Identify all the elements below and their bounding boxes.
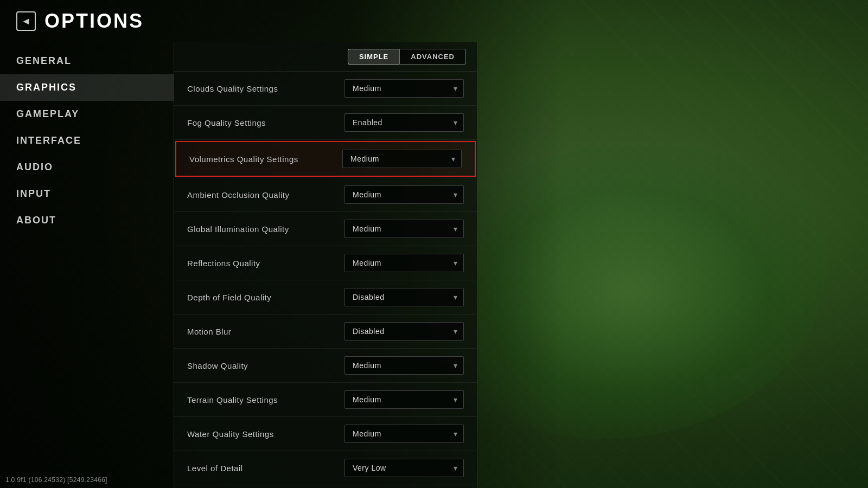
select-wrapper-lod: Very LowLowMediumHighVery HighUltra [344, 459, 464, 477]
tab-simple[interactable]: SIMPLE [348, 49, 399, 65]
select-wrapper-depth_of_field: DisabledVery LowLowMediumHighVery HighUl… [344, 288, 464, 306]
setting-row-motion_blur: Motion BlurDisabledVery LowLowMediumHigh… [174, 314, 477, 349]
select-wrapper-clouds: DisabledVery LowLowMediumHighVery HighUl… [344, 79, 464, 98]
select-wrapper-global_illumination: DisabledVery LowLowMediumHighVery HighUl… [344, 220, 464, 238]
setting-label-reflections: Reflections Quality [187, 259, 260, 268]
sidebar-item-about[interactable]: ABOUT [0, 207, 174, 234]
setting-label-ambient_occlusion: Ambient Occlusion Quality [187, 190, 289, 200]
setting-row-animation: Animation QualityDisabledVery LowLowMedi… [174, 485, 477, 488]
sidebar-item-audio[interactable]: AUDIO [0, 154, 174, 181]
select-wrapper-water: DisabledVery LowLowMediumHighVery HighUl… [344, 425, 464, 443]
select-motion_blur[interactable]: DisabledVery LowLowMediumHighVery HighUl… [344, 322, 464, 341]
setting-label-volumetrics: Volumetrics Quality Settings [189, 155, 298, 164]
setting-label-terrain: Terrain Quality Settings [187, 395, 278, 404]
setting-label-shadow: Shadow Quality [187, 361, 248, 370]
select-lod[interactable]: Very LowLowMediumHighVery HighUltra [344, 459, 464, 477]
setting-row-shadow: Shadow QualityDisabledVery LowLowMediumH… [174, 349, 477, 383]
select-shadow[interactable]: DisabledVery LowLowMediumHighVery HighUl… [344, 356, 464, 375]
select-wrapper-shadow: DisabledVery LowLowMediumHighVery HighUl… [344, 356, 464, 375]
main-panel: SIMPLE ADVANCED Clouds Quality SettingsD… [174, 42, 477, 488]
setting-row-depth_of_field: Depth of Field QualityDisabledVery LowLo… [174, 280, 477, 314]
sidebar-item-general[interactable]: GENERAL [0, 48, 174, 74]
content-area: GENERAL GRAPHICS GAMEPLAY INTERFACE AUDI… [0, 42, 868, 488]
setting-label-motion_blur: Motion Blur [187, 327, 231, 336]
select-global_illumination[interactable]: DisabledVery LowLowMediumHighVery HighUl… [344, 220, 464, 238]
sidebar-item-graphics[interactable]: GRAPHICS [0, 74, 174, 101]
select-terrain[interactable]: DisabledVery LowLowMediumHighVery HighUl… [344, 390, 464, 409]
select-wrapper-terrain: DisabledVery LowLowMediumHighVery HighUl… [344, 390, 464, 409]
setting-row-global_illumination: Global Illumination QualityDisabledVery … [174, 212, 477, 246]
tab-advanced[interactable]: ADVANCED [399, 49, 466, 65]
setting-row-water: Water Quality SettingsDisabledVery LowLo… [174, 417, 477, 451]
status-text: 1.0.9f1 (106.24532) [5249.23466] [5, 476, 107, 484]
sidebar-item-interface[interactable]: INTERFACE [0, 127, 174, 154]
setting-label-lod: Level of Detail [187, 464, 243, 473]
select-wrapper-motion_blur: DisabledVery LowLowMediumHighVery HighUl… [344, 322, 464, 341]
select-fog[interactable]: DisabledEnabled [344, 113, 464, 132]
setting-label-fog: Fog Quality Settings [187, 118, 266, 127]
select-volumetrics[interactable]: DisabledVery LowLowMediumHighVery HighUl… [342, 150, 462, 168]
sidebar: GENERAL GRAPHICS GAMEPLAY INTERFACE AUDI… [0, 42, 174, 488]
app-container: ◄ OPTIONS GENERAL GRAPHICS GAMEPLAY INTE… [0, 0, 868, 488]
setting-label-clouds: Clouds Quality Settings [187, 84, 278, 93]
select-clouds[interactable]: DisabledVery LowLowMediumHighVery HighUl… [344, 79, 464, 98]
setting-row-volumetrics: Volumetrics Quality SettingsDisabledVery… [175, 141, 476, 177]
setting-label-depth_of_field: Depth of Field Quality [187, 293, 271, 302]
setting-row-clouds: Clouds Quality SettingsDisabledVery LowL… [174, 72, 477, 106]
select-depth_of_field[interactable]: DisabledVery LowLowMediumHighVery HighUl… [344, 288, 464, 306]
page-title: OPTIONS [44, 10, 144, 33]
header: ◄ OPTIONS [0, 0, 868, 42]
back-button[interactable]: ◄ [16, 11, 36, 31]
settings-list: Clouds Quality SettingsDisabledVery LowL… [174, 72, 477, 488]
setting-row-reflections: Reflections QualityDisabledVery LowLowMe… [174, 246, 477, 280]
tab-bar: SIMPLE ADVANCED [174, 42, 477, 72]
select-wrapper-reflections: DisabledVery LowLowMediumHighVery HighUl… [344, 254, 464, 272]
setting-row-lod: Level of DetailVery LowLowMediumHighVery… [174, 451, 477, 485]
sidebar-item-input[interactable]: INPUT [0, 181, 174, 207]
select-wrapper-volumetrics: DisabledVery LowLowMediumHighVery HighUl… [342, 150, 462, 168]
sidebar-item-gameplay[interactable]: GAMEPLAY [0, 101, 174, 127]
select-reflections[interactable]: DisabledVery LowLowMediumHighVery HighUl… [344, 254, 464, 272]
setting-row-fog: Fog Quality SettingsDisabledEnabled [174, 106, 477, 140]
setting-row-ambient_occlusion: Ambient Occlusion QualityDisabledVery Lo… [174, 178, 477, 212]
setting-label-water: Water Quality Settings [187, 429, 274, 439]
select-wrapper-ambient_occlusion: DisabledVery LowLowMediumHighVery HighUl… [344, 185, 464, 204]
select-wrapper-fog: DisabledEnabled [344, 113, 464, 132]
setting-label-global_illumination: Global Illumination Quality [187, 224, 289, 234]
setting-row-terrain: Terrain Quality SettingsDisabledVery Low… [174, 383, 477, 417]
status-bar: 1.0.9f1 (106.24532) [5249.23466] [5, 476, 107, 484]
select-ambient_occlusion[interactable]: DisabledVery LowLowMediumHighVery HighUl… [344, 185, 464, 204]
select-water[interactable]: DisabledVery LowLowMediumHighVery HighUl… [344, 425, 464, 443]
